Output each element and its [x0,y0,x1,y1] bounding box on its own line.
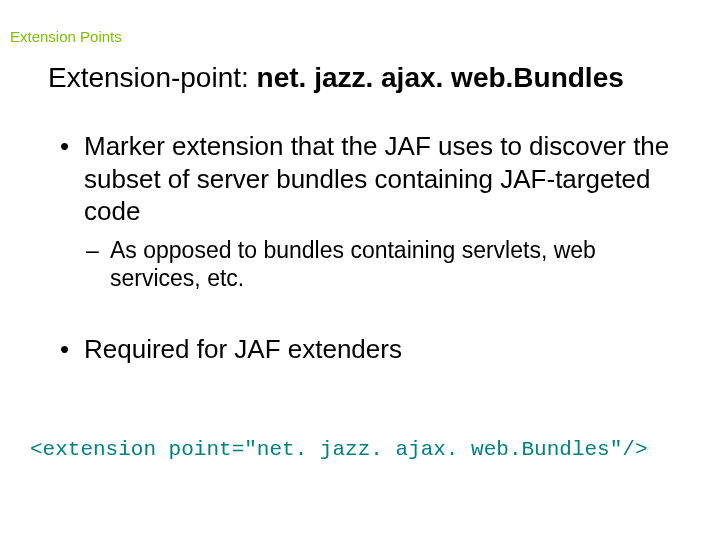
bullet-text: Required for JAF extenders [84,334,402,364]
list-item: Required for JAF extenders [54,333,690,366]
title-prefix: Extension-point: [48,62,257,93]
slide-title: Extension-point: net. jazz. ajax. web.Bu… [48,62,624,94]
sub-bullet-text: As opposed to bundles containing servlet… [110,237,596,292]
spacer [84,301,690,319]
title-value: net. jazz. ajax. web.Bundles [257,62,624,93]
slide: Extension Points Extension-point: net. j… [0,0,720,540]
list-item: Marker extension that the JAF uses to di… [54,130,690,319]
list-item: As opposed to bundles containing servlet… [84,236,690,294]
sub-bullet-list: As opposed to bundles containing servlet… [84,236,690,294]
bullet-list: Marker extension that the JAF uses to di… [54,130,690,380]
bullet-text: Marker extension that the JAF uses to di… [84,131,669,226]
code-snippet: <extension point="net. jazz. ajax. web.B… [30,438,648,461]
section-label: Extension Points [10,28,122,45]
